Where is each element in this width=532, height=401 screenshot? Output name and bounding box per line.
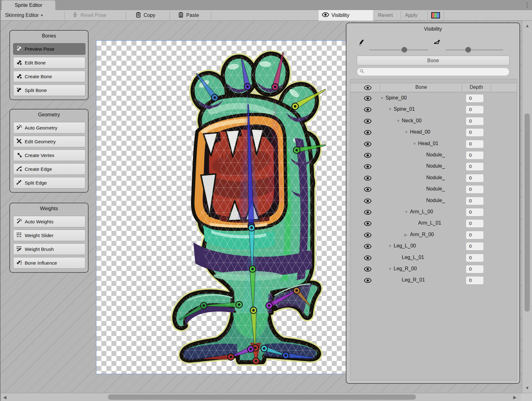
visibility-eye-toggle[interactable] <box>364 266 372 272</box>
visibility-eye-toggle[interactable] <box>364 130 372 135</box>
expand-collapse-down-icon[interactable]: ▼ <box>380 96 384 100</box>
scroll-down-icon[interactable]: ▼ <box>525 385 529 390</box>
bone-row-nodule-6[interactable]: Nodule_0 <box>350 161 517 172</box>
bone-row-leg_l_00-13[interactable]: ▼Leg_L_000 <box>350 241 517 252</box>
expand-collapse-down-icon[interactable]: ▼ <box>412 141 417 146</box>
create-bone-button[interactable]: Create Bone <box>13 71 85 82</box>
apply-button[interactable]: Apply <box>402 10 421 21</box>
depth-input[interactable]: 0 <box>466 140 484 148</box>
visibility-eye-toggle[interactable] <box>364 164 372 170</box>
revert-button[interactable]: Revert <box>375 10 396 21</box>
visibility-eye-toggle[interactable] <box>364 255 372 261</box>
visibility-eye-toggle[interactable] <box>364 221 372 226</box>
bone-row-nodule-9[interactable]: Nodule_0 <box>350 195 517 207</box>
visibility-eye-toggle[interactable] <box>364 153 372 158</box>
split-edge-button[interactable]: Split Edge <box>13 177 85 189</box>
column-header-depth[interactable]: Depth <box>462 84 490 90</box>
tab-bone[interactable]: Bone <box>357 56 509 65</box>
bone-row-nodule-8[interactable]: Nodule_0 <box>350 184 517 195</box>
depth-input[interactable]: 0 <box>466 231 484 239</box>
edit-geometry-button[interactable]: Edit Geometry <box>13 136 85 147</box>
bone-name-label[interactable]: Spine_01 <box>394 106 415 112</box>
sprite-rgb-swatch-button[interactable] <box>431 12 440 18</box>
expand-collapse-right-icon[interactable]: ▶ <box>404 232 407 237</box>
visibility-eye-toggle[interactable] <box>364 175 372 181</box>
depth-input[interactable]: 0 <box>466 105 484 114</box>
visibility-eye-toggle[interactable] <box>364 198 372 204</box>
expand-collapse-down-icon[interactable]: ▼ <box>404 130 408 135</box>
depth-input[interactable]: 0 <box>466 185 484 194</box>
depth-input[interactable]: 0 <box>466 151 484 160</box>
expand-collapse-down-icon[interactable]: ▼ <box>404 210 408 214</box>
bone-row-nodule-5[interactable]: Nodule_0 <box>350 150 517 161</box>
split-bone-button[interactable]: Split Bone <box>13 84 85 96</box>
depth-input[interactable]: 0 <box>466 197 484 205</box>
reset-pose-button[interactable]: Reset Pose <box>69 10 110 21</box>
visibility-eye-toggle[interactable] <box>364 141 372 147</box>
depth-input[interactable]: 0 <box>466 242 484 251</box>
scroll-right-icon[interactable]: ▶ <box>513 395 517 400</box>
expand-collapse-down-icon[interactable]: ▼ <box>388 244 392 248</box>
create-vertex-button[interactable]: Create Vertex <box>13 150 85 161</box>
scroll-left-icon[interactable]: ◀ <box>3 395 7 400</box>
visibility-eye-toggle[interactable] <box>364 210 372 215</box>
bone-name-label[interactable]: Nodule_ <box>426 152 445 158</box>
bone-search-box[interactable] <box>357 68 509 76</box>
bone-name-label[interactable]: Neck_00 <box>402 118 422 124</box>
overflow-menu-icon[interactable]: ⋮ <box>524 1 530 9</box>
bone-name-label[interactable]: Leg_L_00 <box>394 243 416 249</box>
bone-row-spine_01-1[interactable]: ▼Spine_010 <box>350 104 517 115</box>
depth-input[interactable]: 0 <box>466 94 484 103</box>
depth-input[interactable]: 0 <box>466 128 484 137</box>
bone-influence-button[interactable]: Bone Influence <box>13 257 85 269</box>
weight-brush-button[interactable]: Weight Brush <box>13 243 85 255</box>
bone-name-label[interactable]: Leg_R_01 <box>402 277 425 283</box>
depth-input[interactable]: 0 <box>466 162 484 171</box>
edit-bone-button[interactable]: Edit Bone <box>13 57 85 69</box>
preview-pose-button[interactable]: Preview Pose <box>13 43 85 55</box>
bone-name-label[interactable]: Arm_L_00 <box>410 209 433 215</box>
visibility-eye-toggle[interactable] <box>364 232 372 238</box>
bone-row-arm_l_00-10[interactable]: ▼Arm_L_000 <box>350 207 517 218</box>
depth-input[interactable]: 0 <box>466 276 484 285</box>
depth-input[interactable]: 0 <box>466 208 484 216</box>
depth-input[interactable]: 0 <box>466 265 484 273</box>
paste-button[interactable]: Paste <box>175 10 202 21</box>
visibility-eye-toggle[interactable] <box>364 278 372 283</box>
expand-collapse-down-icon[interactable]: ▼ <box>388 266 392 271</box>
visibility-eye-toggle[interactable] <box>364 96 372 101</box>
bone-opacity-slider-track[interactable] <box>369 49 428 50</box>
bone-name-label[interactable]: Nodule_ <box>426 186 445 192</box>
bone-row-head_01-4[interactable]: ▼Head_010 <box>350 139 517 150</box>
bone-name-label[interactable]: Arm_L_01 <box>418 220 441 226</box>
depth-input[interactable]: 0 <box>466 254 484 262</box>
scroll-up-icon[interactable]: ▲ <box>525 23 529 28</box>
bone-row-arm_l_01-11[interactable]: Arm_L_010 <box>350 218 517 229</box>
horizontal-scrollbar-thumb[interactable] <box>108 394 416 400</box>
expand-collapse-down-icon[interactable]: ▼ <box>388 107 392 112</box>
bone-name-label[interactable]: Nodule_ <box>426 198 445 203</box>
skinning-editor-dropdown[interactable]: Skinning Editor ▾ <box>2 10 46 21</box>
mesh-opacity-slider-handle[interactable] <box>465 47 471 53</box>
bone-row-spine_00-0[interactable]: ▼Spine_000 <box>350 93 517 104</box>
expand-collapse-down-icon[interactable]: ▼ <box>396 119 400 123</box>
create-edge-button[interactable]: Create Edge <box>13 163 85 175</box>
depth-input[interactable]: 0 <box>466 117 484 125</box>
tab-sprite-editor[interactable]: Sprite Editor <box>1 0 56 10</box>
bone-name-label[interactable]: Nodule_ <box>426 163 445 169</box>
bone-name-label[interactable]: Leg_L_01 <box>402 255 424 260</box>
copy-button[interactable]: Copy <box>132 10 158 21</box>
bone-name-label[interactable]: Spine_00 <box>386 95 407 101</box>
weight-slider-button[interactable]: Weight Slider <box>13 230 85 241</box>
auto-geometry-button[interactable]: Auto Geometry <box>13 122 85 134</box>
visibility-eye-toggle[interactable] <box>364 244 372 249</box>
bone-row-nodule-7[interactable]: Nodule_0 <box>350 173 517 184</box>
depth-input[interactable]: 0 <box>466 174 484 182</box>
column-header-bone[interactable]: Bone <box>381 84 462 90</box>
horizontal-scrollbar[interactable]: ◀ ▶ <box>1 393 521 401</box>
visibility-toggle-button[interactable]: Visibility <box>319 10 373 21</box>
bone-row-head_00-3[interactable]: ▼Head_000 <box>350 127 517 138</box>
bone-name-label[interactable]: Leg_R_00 <box>394 266 417 272</box>
bone-row-leg_l_01-14[interactable]: Leg_L_010 <box>350 252 517 264</box>
bone-name-label[interactable]: Arm_R_00 <box>410 232 434 237</box>
